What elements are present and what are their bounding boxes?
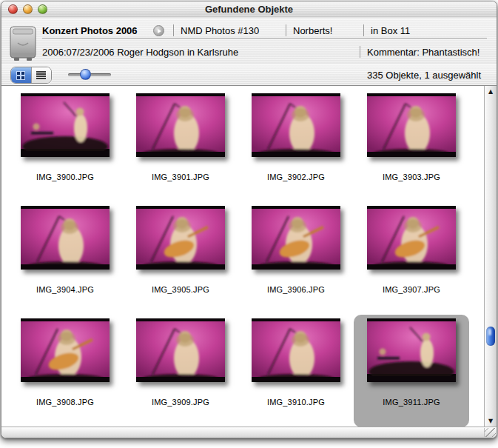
resize-grip[interactable] (484, 428, 496, 437)
toolbar: 335 Objekte, 1 ausgewählt (1, 64, 497, 86)
field-separator (286, 24, 286, 36)
photo-filename: IMG_3911.JPG (383, 398, 440, 407)
photo-image (136, 318, 225, 382)
photo-thumbnail[interactable]: IMG_3901.JPG (123, 90, 238, 202)
scroll-up-icon: ▲ (488, 89, 493, 95)
photo-thumbnail-selected[interactable]: IMG_3911.JPG (354, 315, 469, 427)
info-field: 2006:07/23/2006 Roger Hodgson in Karlsru… (42, 47, 238, 58)
thumbnail-grid: IMG_3900.JPG IMG_3901.JPG IMG_3902.JPG I… (7, 90, 469, 427)
field-separator (360, 46, 360, 58)
photo-thumbnail[interactable]: IMG_3906.JPG (238, 202, 354, 315)
scroll-up-button[interactable]: ▲ (485, 87, 497, 97)
photo-filename: IMG_3906.JPG (267, 285, 325, 294)
photo-filename: IMG_3903.JPG (383, 173, 440, 181)
scroll-down-button[interactable]: ▼ (485, 416, 497, 427)
photo-image (21, 206, 110, 270)
grid-icon (17, 72, 24, 79)
scrollbar-track[interactable] (485, 97, 496, 416)
metadata-header: Konzert Photos 2006 NMD Photos #130 Norb… (1, 18, 497, 64)
scroll-down-icon: ▼ (488, 418, 493, 424)
photo-image (136, 93, 225, 157)
photo-image (367, 318, 456, 382)
hard-drive-icon (8, 23, 38, 63)
photo-thumbnail[interactable]: IMG_3902.JPG (238, 90, 354, 202)
status-text: 335 Objekte, 1 ausgewählt (367, 70, 481, 81)
scrollbar-thumb[interactable] (486, 327, 495, 346)
window-title: Gefundene Objekte (1, 4, 497, 15)
photo-thumbnail[interactable]: IMG_3909.JPG (123, 315, 238, 427)
photo-filename: IMG_3905.JPG (152, 285, 209, 294)
photo-thumbnail[interactable]: IMG_3904.JPG (7, 202, 123, 315)
thumbnail-size-slider[interactable] (68, 73, 111, 76)
list-icon (36, 71, 46, 79)
comment-field: Kommentar: Phantastisch! (367, 47, 480, 58)
photo-filename: IMG_3902.JPG (267, 173, 325, 181)
photo-filename: IMG_3901.JPG (152, 173, 209, 181)
grid-view-button[interactable] (11, 67, 31, 83)
location-field: in Box 11 (371, 25, 410, 36)
photo-thumbnail[interactable]: IMG_3910.JPG (238, 315, 354, 427)
photo-thumbnail[interactable]: IMG_3908.JPG (7, 315, 123, 427)
photo-thumbnail[interactable]: IMG_3905.JPG (123, 202, 238, 315)
slider-thumb[interactable] (80, 69, 91, 80)
view-mode-segmented-control (10, 67, 52, 84)
photo-filename: IMG_3900.JPG (36, 173, 94, 181)
photo-thumbnail[interactable]: IMG_3903.JPG (354, 90, 469, 202)
photo-image (252, 318, 340, 382)
photo-filename: IMG_3907.JPG (383, 285, 440, 294)
catalog-field: NMD Photos #130 (181, 25, 259, 36)
list-view-button[interactable] (31, 67, 52, 83)
photo-browser: IMG_3900.JPG IMG_3901.JPG IMG_3902.JPG I… (1, 86, 484, 427)
photo-image (367, 93, 456, 157)
photo-filename: IMG_3904.JPG (36, 285, 94, 294)
photo-image (136, 206, 225, 270)
header-divider (42, 38, 487, 39)
photo-image (21, 318, 110, 382)
open-collection-button[interactable] (153, 25, 164, 36)
photo-thumbnail[interactable]: IMG_3900.JPG (7, 90, 123, 202)
photo-filename: IMG_3909.JPG (152, 398, 209, 407)
field-separator (173, 24, 174, 36)
owner-field: Norberts! (293, 25, 332, 36)
photo-filename: IMG_3910.JPG (267, 398, 325, 407)
field-separator (363, 24, 364, 36)
titlebar[interactable]: Gefundene Objekte (1, 1, 497, 19)
app-window: Gefundene Objekte Konzert Photos 2006 (1, 1, 497, 438)
photo-thumbnail[interactable]: IMG_3907.JPG (354, 202, 469, 315)
photo-image (367, 206, 456, 270)
photo-filename: IMG_3908.JPG (36, 398, 94, 407)
collection-title: Konzert Photos 2006 (42, 25, 138, 36)
screen: Gefundene Objekte Konzert Photos 2006 (0, 0, 498, 448)
photo-image (21, 93, 110, 157)
horizontal-scrollbar-track[interactable] (1, 427, 497, 438)
photo-image (252, 93, 340, 157)
vertical-scrollbar[interactable]: ▲ ▼ (484, 86, 497, 427)
photo-image (252, 206, 340, 270)
